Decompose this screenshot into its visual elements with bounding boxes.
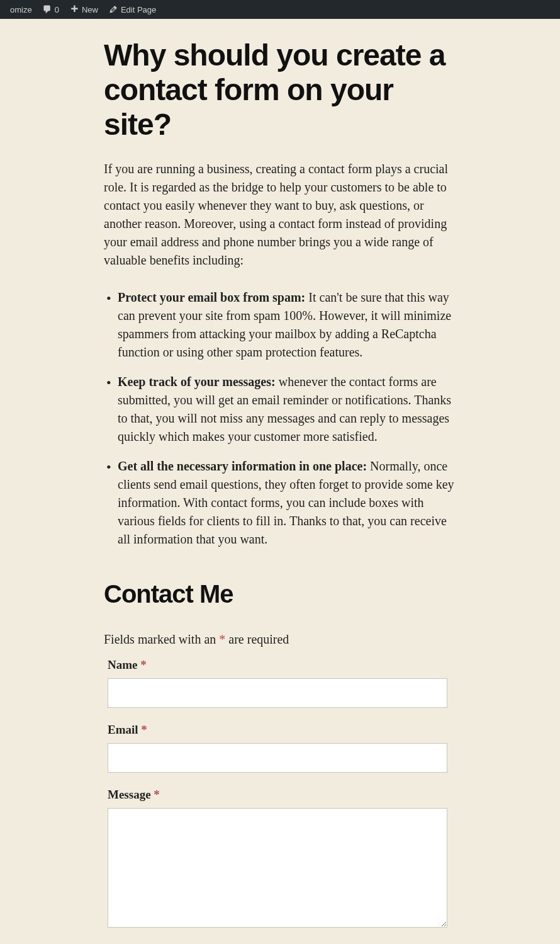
page-title: Why should you create a contact form on … [104,38,456,142]
list-item-title: Keep track of your messages: [118,375,276,389]
asterisk: * [154,788,160,801]
benefits-list: Protect your email box from spam: It can… [104,288,456,549]
new-content-link[interactable]: New [64,0,103,19]
comments-link[interactable]: 0 [37,0,64,19]
email-input[interactable] [108,743,447,773]
asterisk: * [219,632,225,646]
message-field-wrapper: Message * [108,788,456,930]
main-content: Why should you create a contact form on … [104,19,456,944]
list-item-title: Get all the necessary information in one… [118,459,367,473]
email-label: Email * [108,723,456,737]
customize-label: omize [10,5,32,14]
message-textarea[interactable] [108,808,447,928]
name-field-wrapper: Name * [108,658,456,708]
name-label: Name * [108,658,456,672]
list-item: Protect your email box from spam: It can… [104,288,456,361]
wp-admin-bar: omize 0 New Edit Page [0,0,560,19]
edit-page-label: Edit Page [121,5,156,14]
plus-icon [69,4,79,14]
intro-paragraph: If you are running a business, creating … [104,160,456,270]
contact-heading: Contact Me [104,580,456,608]
pencil-icon [108,4,118,14]
list-item: Keep track of your messages: whenever th… [104,373,456,446]
edit-page-link[interactable]: Edit Page [103,0,161,19]
list-item: Get all the necessary information in one… [104,457,456,549]
asterisk: * [140,658,147,671]
name-input[interactable] [108,678,447,708]
comments-icon [42,4,52,14]
required-fields-note: Fields marked with an * are required [104,632,456,647]
comments-count: 0 [55,5,59,14]
new-label: New [82,5,98,14]
asterisk: * [141,723,147,736]
customize-link[interactable]: omize [5,0,37,19]
email-field-wrapper: Email * [108,723,456,773]
message-label: Message * [108,788,456,802]
list-item-title: Protect your email box from spam: [118,290,305,304]
